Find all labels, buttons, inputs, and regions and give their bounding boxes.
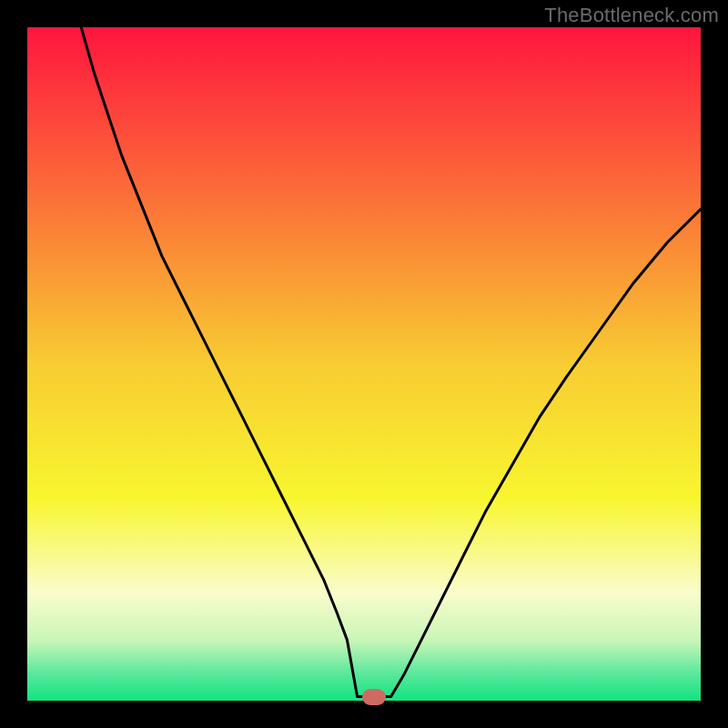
optimum-marker [362, 689, 386, 705]
chart-frame: TheBottleneck.com [0, 0, 728, 728]
plot-svg [27, 27, 701, 701]
attribution-text: TheBottleneck.com [544, 4, 719, 27]
gradient-background [27, 27, 701, 701]
plot-area [27, 27, 701, 701]
